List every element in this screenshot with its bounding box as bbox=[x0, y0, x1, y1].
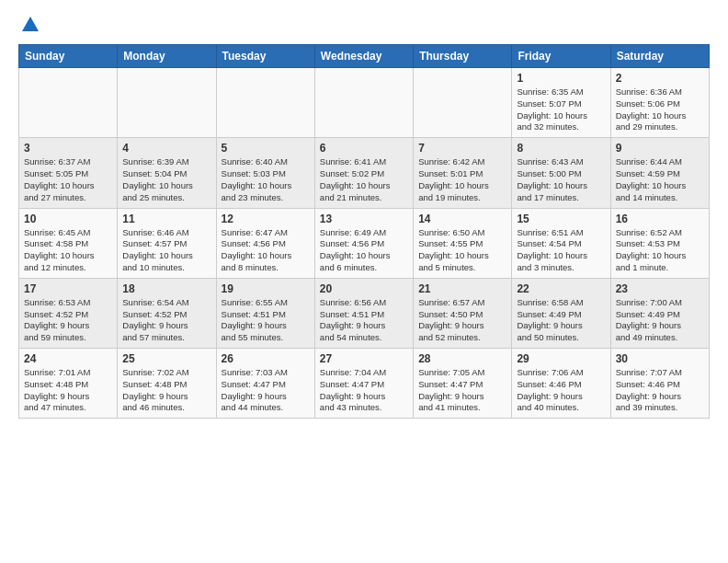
calendar-cell: 20Sunrise: 6:56 AMSunset: 4:51 PMDayligh… bbox=[314, 278, 413, 348]
day-number: 21 bbox=[418, 282, 506, 295]
calendar-cell bbox=[414, 68, 512, 138]
weekday-header-thursday: Thursday bbox=[414, 45, 512, 68]
day-number: 19 bbox=[222, 282, 310, 295]
calendar-cell: 7Sunrise: 6:42 AMSunset: 5:01 PMDaylight… bbox=[414, 138, 512, 208]
calendar-week-row: 1Sunrise: 6:35 AMSunset: 5:07 PMDaylight… bbox=[19, 68, 710, 138]
day-number: 20 bbox=[320, 282, 408, 295]
day-info: Sunrise: 6:53 AMSunset: 4:52 PMDaylight:… bbox=[24, 297, 112, 344]
day-info: Sunrise: 6:40 AMSunset: 5:03 PMDaylight:… bbox=[222, 156, 310, 203]
day-info: Sunrise: 6:49 AMSunset: 4:56 PMDaylight:… bbox=[320, 227, 408, 274]
calendar-cell: 12Sunrise: 6:47 AMSunset: 4:56 PMDayligh… bbox=[216, 208, 314, 278]
day-number: 15 bbox=[517, 213, 605, 225]
day-info: Sunrise: 6:37 AMSunset: 5:05 PMDaylight:… bbox=[24, 156, 112, 203]
day-number: 11 bbox=[122, 213, 210, 225]
day-number: 8 bbox=[517, 142, 605, 155]
weekday-header-friday: Friday bbox=[512, 45, 610, 68]
day-info: Sunrise: 6:58 AMSunset: 4:49 PMDaylight:… bbox=[517, 297, 605, 344]
day-number: 25 bbox=[122, 352, 210, 365]
calendar-cell: 27Sunrise: 7:04 AMSunset: 4:47 PMDayligh… bbox=[314, 349, 413, 419]
calendar-cell: 30Sunrise: 7:07 AMSunset: 4:46 PMDayligh… bbox=[610, 349, 709, 419]
day-info: Sunrise: 6:44 AMSunset: 4:59 PMDaylight:… bbox=[616, 156, 704, 203]
calendar-cell: 21Sunrise: 6:57 AMSunset: 4:50 PMDayligh… bbox=[414, 278, 512, 348]
day-number: 13 bbox=[320, 213, 408, 225]
weekday-header-tuesday: Tuesday bbox=[216, 45, 314, 68]
day-number: 14 bbox=[418, 213, 506, 225]
day-number: 3 bbox=[24, 142, 112, 155]
calendar-cell: 10Sunrise: 6:45 AMSunset: 4:58 PMDayligh… bbox=[19, 208, 118, 278]
day-number: 17 bbox=[24, 282, 112, 295]
day-info: Sunrise: 6:36 AMSunset: 5:06 PMDaylight:… bbox=[616, 86, 704, 133]
calendar-cell: 17Sunrise: 6:53 AMSunset: 4:52 PMDayligh… bbox=[19, 278, 118, 348]
day-number: 18 bbox=[122, 282, 210, 295]
calendar-week-row: 10Sunrise: 6:45 AMSunset: 4:58 PMDayligh… bbox=[19, 208, 710, 278]
day-number: 5 bbox=[222, 142, 310, 155]
calendar-week-row: 3Sunrise: 6:37 AMSunset: 5:05 PMDaylight… bbox=[19, 138, 710, 208]
day-info: Sunrise: 6:57 AMSunset: 4:50 PMDaylight:… bbox=[418, 297, 506, 344]
day-info: Sunrise: 7:07 AMSunset: 4:46 PMDaylight:… bbox=[616, 367, 704, 414]
calendar-cell: 2Sunrise: 6:36 AMSunset: 5:06 PMDaylight… bbox=[610, 68, 709, 138]
day-number: 29 bbox=[517, 352, 605, 365]
day-info: Sunrise: 7:06 AMSunset: 4:46 PMDaylight:… bbox=[517, 367, 605, 414]
calendar-cell: 6Sunrise: 6:41 AMSunset: 5:02 PMDaylight… bbox=[314, 138, 413, 208]
day-number: 16 bbox=[616, 213, 704, 225]
day-number: 1 bbox=[517, 72, 605, 85]
logo bbox=[18, 15, 40, 35]
header bbox=[18, 15, 710, 35]
calendar-cell: 25Sunrise: 7:02 AMSunset: 4:48 PMDayligh… bbox=[118, 349, 216, 419]
calendar-cell: 13Sunrise: 6:49 AMSunset: 4:56 PMDayligh… bbox=[314, 208, 413, 278]
calendar-cell: 14Sunrise: 6:50 AMSunset: 4:55 PMDayligh… bbox=[414, 208, 512, 278]
day-number: 12 bbox=[222, 213, 310, 225]
calendar-cell: 8Sunrise: 6:43 AMSunset: 5:00 PMDaylight… bbox=[512, 138, 610, 208]
day-number: 23 bbox=[616, 282, 704, 295]
calendar-cell: 1Sunrise: 6:35 AMSunset: 5:07 PMDaylight… bbox=[512, 68, 610, 138]
calendar-cell: 23Sunrise: 7:00 AMSunset: 4:49 PMDayligh… bbox=[610, 278, 709, 348]
day-info: Sunrise: 6:50 AMSunset: 4:55 PMDaylight:… bbox=[418, 227, 506, 274]
day-info: Sunrise: 6:47 AMSunset: 4:56 PMDaylight:… bbox=[222, 227, 310, 274]
day-info: Sunrise: 6:56 AMSunset: 4:51 PMDaylight:… bbox=[320, 297, 408, 344]
day-info: Sunrise: 6:42 AMSunset: 5:01 PMDaylight:… bbox=[418, 156, 506, 203]
calendar-week-row: 17Sunrise: 6:53 AMSunset: 4:52 PMDayligh… bbox=[19, 278, 710, 348]
day-info: Sunrise: 7:05 AMSunset: 4:47 PMDaylight:… bbox=[418, 367, 506, 414]
svg-marker-0 bbox=[22, 17, 39, 31]
weekday-header-saturday: Saturday bbox=[610, 45, 709, 68]
day-info: Sunrise: 7:00 AMSunset: 4:49 PMDaylight:… bbox=[616, 297, 704, 344]
logo-icon bbox=[20, 15, 40, 35]
day-number: 6 bbox=[320, 142, 408, 155]
day-number: 10 bbox=[24, 213, 112, 225]
calendar-cell bbox=[216, 68, 314, 138]
weekday-header-monday: Monday bbox=[118, 45, 216, 68]
day-number: 27 bbox=[320, 352, 408, 365]
day-info: Sunrise: 6:52 AMSunset: 4:53 PMDaylight:… bbox=[616, 227, 704, 274]
day-info: Sunrise: 6:45 AMSunset: 4:58 PMDaylight:… bbox=[24, 227, 112, 274]
calendar-cell: 16Sunrise: 6:52 AMSunset: 4:53 PMDayligh… bbox=[610, 208, 709, 278]
day-number: 24 bbox=[24, 352, 112, 365]
weekday-header-row: SundayMondayTuesdayWednesdayThursdayFrid… bbox=[19, 45, 710, 68]
day-number: 9 bbox=[616, 142, 704, 155]
day-number: 2 bbox=[616, 72, 704, 85]
day-info: Sunrise: 6:46 AMSunset: 4:57 PMDaylight:… bbox=[122, 227, 210, 274]
day-info: Sunrise: 7:04 AMSunset: 4:47 PMDaylight:… bbox=[320, 367, 408, 414]
day-info: Sunrise: 6:43 AMSunset: 5:00 PMDaylight:… bbox=[517, 156, 605, 203]
day-info: Sunrise: 7:02 AMSunset: 4:48 PMDaylight:… bbox=[122, 367, 210, 414]
day-number: 7 bbox=[418, 142, 506, 155]
calendar-cell: 26Sunrise: 7:03 AMSunset: 4:47 PMDayligh… bbox=[216, 349, 314, 419]
calendar-week-row: 24Sunrise: 7:01 AMSunset: 4:48 PMDayligh… bbox=[19, 349, 710, 419]
day-number: 26 bbox=[222, 352, 310, 365]
calendar-cell: 28Sunrise: 7:05 AMSunset: 4:47 PMDayligh… bbox=[414, 349, 512, 419]
day-info: Sunrise: 7:01 AMSunset: 4:48 PMDaylight:… bbox=[24, 367, 112, 414]
calendar-cell bbox=[19, 68, 118, 138]
calendar-cell: 15Sunrise: 6:51 AMSunset: 4:54 PMDayligh… bbox=[512, 208, 610, 278]
day-info: Sunrise: 7:03 AMSunset: 4:47 PMDaylight:… bbox=[222, 367, 310, 414]
calendar-cell: 3Sunrise: 6:37 AMSunset: 5:05 PMDaylight… bbox=[19, 138, 118, 208]
calendar-cell: 24Sunrise: 7:01 AMSunset: 4:48 PMDayligh… bbox=[19, 349, 118, 419]
calendar-cell: 18Sunrise: 6:54 AMSunset: 4:52 PMDayligh… bbox=[118, 278, 216, 348]
day-info: Sunrise: 6:35 AMSunset: 5:07 PMDaylight:… bbox=[517, 86, 605, 133]
calendar-cell bbox=[314, 68, 413, 138]
weekday-header-wednesday: Wednesday bbox=[314, 45, 413, 68]
calendar-cell: 19Sunrise: 6:55 AMSunset: 4:51 PMDayligh… bbox=[216, 278, 314, 348]
calendar-cell: 22Sunrise: 6:58 AMSunset: 4:49 PMDayligh… bbox=[512, 278, 610, 348]
calendar-cell: 11Sunrise: 6:46 AMSunset: 4:57 PMDayligh… bbox=[118, 208, 216, 278]
weekday-header-sunday: Sunday bbox=[19, 45, 118, 68]
page: SundayMondayTuesdayWednesdayThursdayFrid… bbox=[0, 0, 728, 433]
day-info: Sunrise: 6:55 AMSunset: 4:51 PMDaylight:… bbox=[222, 297, 310, 344]
